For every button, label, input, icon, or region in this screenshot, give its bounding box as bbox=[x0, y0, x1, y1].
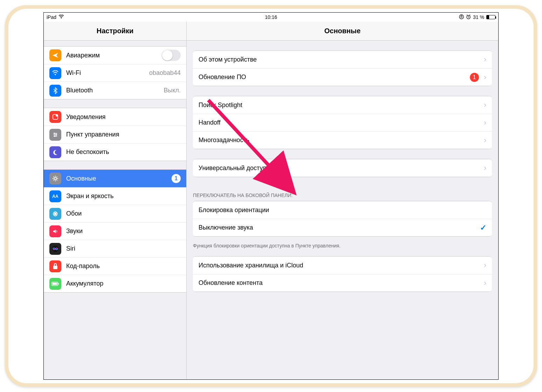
sidebar-label: Уведомления bbox=[66, 113, 181, 121]
display-icon: AA bbox=[49, 190, 61, 202]
svg-point-3 bbox=[55, 74, 56, 75]
screen: iPad 10:16 31 % bbox=[43, 12, 499, 380]
dnd-icon bbox=[49, 146, 61, 158]
sidebar-label: Обои bbox=[66, 210, 181, 217]
row-multitasking[interactable]: Многозадачность › bbox=[193, 131, 492, 149]
wifi-icon bbox=[58, 14, 64, 20]
row-label: Выключение звука bbox=[199, 224, 480, 231]
sidebar-group-connectivity: Авиарежим Wi-Fi obaobab44 bbox=[44, 46, 186, 99]
battery-icon bbox=[486, 15, 495, 19]
chevron-right-icon: › bbox=[484, 55, 486, 64]
bluetooth-value: Выкл. bbox=[164, 87, 181, 94]
group-storage: Использование хранилища и iCloud › Обнов… bbox=[193, 256, 492, 292]
svg-point-6 bbox=[54, 133, 55, 134]
chevron-right-icon: › bbox=[484, 136, 486, 145]
alarm-icon bbox=[466, 14, 471, 20]
sidebar-title: Настройки bbox=[44, 22, 186, 41]
airplane-icon bbox=[49, 49, 61, 61]
sidebar-group-general: Основные 1 AA Экран и яркость bbox=[44, 169, 186, 293]
section-header-sideswitch: ПЕРЕКЛЮЧАТЕЛЬ НА БОКОВОЙ ПАНЕЛИ: bbox=[187, 187, 498, 201]
svg-rect-17 bbox=[58, 283, 59, 285]
sidebar-label: Экран и яркость bbox=[66, 192, 181, 200]
gear-icon bbox=[49, 173, 61, 184]
row-background-refresh[interactable]: Обновление контента › bbox=[193, 274, 492, 292]
sidebar-label: Аккумулятор bbox=[66, 280, 181, 287]
ipad-frame: iPad 10:16 31 % bbox=[5, 5, 537, 387]
sidebar-item-general[interactable]: Основные 1 bbox=[44, 170, 186, 187]
carrier-label: iPad bbox=[47, 14, 56, 20]
sidebar-item-sounds[interactable]: Звуки bbox=[44, 222, 186, 240]
row-label: Использование хранилища и iCloud bbox=[199, 262, 481, 269]
svg-point-0 bbox=[61, 18, 62, 19]
row-label: Универсальный доступ bbox=[199, 164, 481, 172]
detail-pane: Основные Об этом устройстве › Обновление… bbox=[187, 22, 498, 379]
svg-point-7 bbox=[56, 134, 57, 135]
general-badge: 1 bbox=[172, 174, 181, 183]
row-lock-rotation[interactable]: Блокировка ориентации bbox=[193, 201, 492, 219]
sidebar-label: Wi-Fi bbox=[66, 69, 146, 77]
wallpaper-icon bbox=[49, 208, 61, 220]
section-footer-sideswitch: Функция блокировки ориентации доступна в… bbox=[187, 240, 498, 248]
sidebar-group-alerts: Уведомления Пункт управления bbox=[44, 108, 186, 161]
sidebar-label: Siri bbox=[66, 245, 181, 252]
checkmark-icon: ✓ bbox=[480, 223, 486, 232]
sidebar-item-dnd[interactable]: Не беспокоить bbox=[44, 143, 186, 161]
battery-pct: 31 % bbox=[473, 14, 484, 20]
row-spotlight[interactable]: Поиск Spotlight › bbox=[193, 96, 492, 114]
sidebar-label: Авиарежим bbox=[66, 52, 162, 59]
group-about: Об этом устройстве › Обновление ПО 1 › bbox=[193, 50, 492, 86]
sounds-icon bbox=[49, 225, 61, 237]
row-label: Поиск Spotlight bbox=[199, 102, 481, 109]
sidebar-item-passcode[interactable]: Код-пароль bbox=[44, 257, 186, 275]
orientation-lock-icon bbox=[459, 14, 464, 20]
group-spotlight: Поиск Spotlight › Handoff › Многозадачно… bbox=[193, 96, 492, 149]
row-label: Обновление ПО bbox=[199, 74, 470, 81]
control-center-icon bbox=[49, 129, 61, 141]
clock: 10:16 bbox=[265, 14, 277, 20]
bluetooth-icon bbox=[49, 85, 61, 97]
row-label: Обновление контента bbox=[199, 279, 481, 287]
sidebar-item-bluetooth[interactable]: Bluetooth Выкл. bbox=[44, 82, 186, 99]
svg-point-9 bbox=[54, 177, 56, 180]
chevron-right-icon: › bbox=[484, 73, 486, 82]
sidebar-item-notifications[interactable]: Уведомления bbox=[44, 108, 186, 126]
settings-sidebar: Настройки Авиарежим bbox=[44, 22, 187, 379]
wifi-settings-icon bbox=[49, 67, 61, 79]
row-label: Блокировка ориентации bbox=[199, 206, 486, 214]
sidebar-label: Bluetooth bbox=[66, 87, 161, 94]
sidebar-item-display[interactable]: AA Экран и яркость bbox=[44, 187, 186, 205]
notifications-icon bbox=[49, 111, 61, 123]
chevron-right-icon: › bbox=[484, 100, 486, 110]
svg-point-11 bbox=[55, 213, 56, 215]
row-label: Об этом устройстве bbox=[199, 56, 481, 63]
row-software-update[interactable]: Обновление ПО 1 › bbox=[193, 68, 492, 86]
sidebar-item-battery[interactable]: Аккумулятор bbox=[44, 275, 186, 292]
siri-icon bbox=[49, 243, 61, 255]
row-label: Многозадачность bbox=[199, 136, 481, 144]
row-handoff[interactable]: Handoff › bbox=[193, 114, 492, 131]
battery-settings-icon bbox=[49, 278, 61, 290]
svg-point-8 bbox=[54, 135, 55, 137]
sidebar-item-wifi[interactable]: Wi-Fi obaobab44 bbox=[44, 64, 186, 82]
row-accessibility[interactable]: Универсальный доступ › bbox=[193, 159, 492, 177]
detail-title: Основные bbox=[187, 22, 498, 41]
passcode-icon bbox=[49, 260, 61, 272]
sidebar-item-siri[interactable]: Siri bbox=[44, 240, 186, 257]
sidebar-label: Код-пароль bbox=[66, 262, 181, 270]
svg-rect-18 bbox=[53, 283, 57, 285]
chevron-right-icon: › bbox=[484, 163, 486, 173]
group-accessibility: Универсальный доступ › bbox=[193, 159, 492, 177]
row-mute[interactable]: Выключение звука ✓ bbox=[193, 219, 492, 236]
wifi-value: obaobab44 bbox=[149, 69, 181, 77]
sidebar-label: Пункт управления bbox=[66, 131, 181, 138]
airplane-toggle[interactable] bbox=[162, 50, 181, 61]
row-storage[interactable]: Использование хранилища и iCloud › bbox=[193, 257, 492, 274]
status-bar: iPad 10:16 31 % bbox=[44, 13, 498, 22]
sidebar-item-airplane[interactable]: Авиарежим bbox=[44, 47, 186, 64]
sidebar-label: Звуки bbox=[66, 227, 181, 235]
sidebar-item-wallpaper[interactable]: Обои bbox=[44, 205, 186, 222]
row-about[interactable]: Об этом устройстве › bbox=[193, 51, 492, 68]
sidebar-label: Не беспокоить bbox=[66, 148, 181, 156]
sidebar-item-control-center[interactable]: Пункт управления bbox=[44, 126, 186, 143]
chevron-right-icon: › bbox=[484, 261, 486, 270]
